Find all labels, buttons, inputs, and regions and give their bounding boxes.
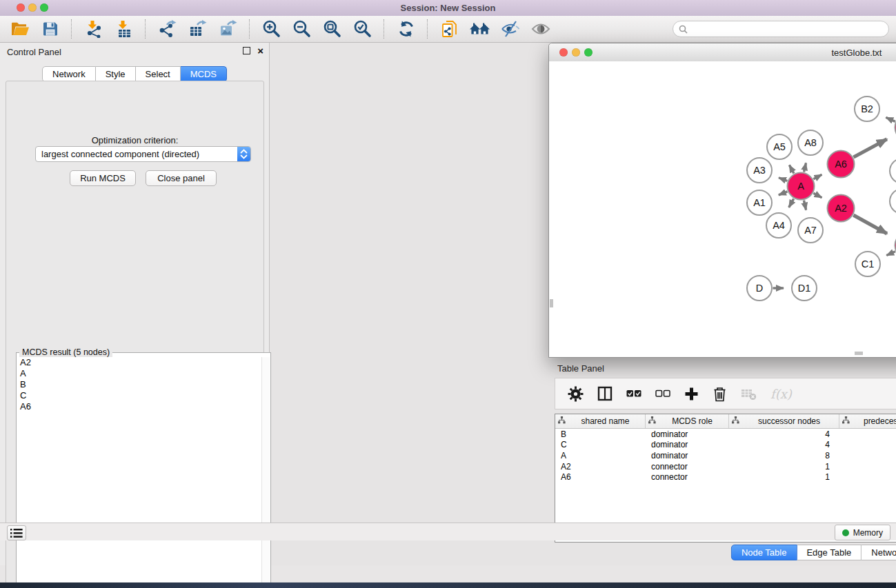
table-cell[interactable]: A6 — [555, 472, 646, 482]
delete-icon[interactable] — [713, 383, 727, 404]
export-network-icon[interactable] — [155, 18, 180, 40]
import-network-icon[interactable] — [81, 18, 106, 40]
graph-edge-A-A2[interactable] — [813, 193, 822, 198]
horizontal-scroll-indicator[interactable] — [855, 352, 863, 355]
graph-node-D[interactable]: D — [747, 276, 772, 301]
graph-node-B2[interactable]: B2 — [855, 97, 879, 121]
table-cell[interactable]: 1 — [839, 429, 896, 439]
mcds-result-item[interactable]: A2 — [17, 357, 261, 368]
graph-node-A5[interactable]: A5 — [767, 134, 792, 159]
search-box[interactable] — [673, 21, 889, 37]
memory-button[interactable]: Memory — [835, 525, 890, 540]
graph-node-A4[interactable]: A4 — [766, 213, 791, 238]
tab-style[interactable]: Style — [96, 66, 136, 82]
import-table-icon[interactable] — [111, 18, 137, 40]
search-input[interactable] — [691, 23, 883, 34]
table-cell[interactable]: 1 — [839, 472, 896, 482]
graph-node-A7[interactable]: A7 — [798, 218, 823, 243]
column-header-successor-nodes[interactable]: successor nodes — [729, 414, 839, 428]
table-cell[interactable]: connector — [646, 472, 729, 482]
table-cell[interactable]: 8 — [729, 451, 839, 460]
result-scrollbar[interactable] — [261, 357, 270, 588]
table-cell[interactable]: 4 — [729, 429, 839, 439]
hide-selected-icon[interactable] — [497, 18, 523, 40]
tab-mcds[interactable]: MCDS — [181, 66, 227, 82]
graph-node-A8[interactable]: A8 — [798, 130, 823, 155]
table-cell[interactable]: A — [555, 451, 646, 460]
table-cell[interactable]: 1 — [839, 440, 896, 449]
table-cell[interactable]: 1 — [839, 462, 896, 472]
table-row[interactable]: A2connector11A2 — [555, 461, 896, 472]
clone-network-icon[interactable] — [437, 18, 462, 40]
graph-edge-A-A8[interactable] — [804, 163, 806, 172]
table-cell[interactable]: connector — [646, 462, 729, 472]
mcds-result-item[interactable]: B — [17, 379, 261, 390]
graph-node-C1[interactable]: C1 — [855, 252, 880, 276]
graph-node-A2[interactable]: A2 — [828, 195, 855, 222]
network-canvas[interactable]: B4B2BB3A5A8A6B1A3AC2A1A2A4A7C4CC1C3DD1 — [549, 61, 896, 356]
close-panel-icon[interactable]: × — [257, 47, 263, 54]
graph-edge-A-A6[interactable] — [813, 174, 822, 179]
open-file-icon[interactable] — [7, 18, 32, 40]
graph-edge-A-A1[interactable] — [779, 192, 788, 195]
graph-edge-A6-B[interactable] — [853, 139, 886, 157]
table-cell[interactable]: 1 — [729, 472, 839, 482]
graph-node-B1[interactable]: B1 — [890, 159, 896, 183]
mcds-result-item[interactable]: A — [17, 368, 261, 379]
deselect-all-icon[interactable] — [655, 383, 670, 404]
export-table-icon[interactable] — [185, 18, 210, 40]
graph-node-C2[interactable]: C2 — [890, 189, 896, 214]
add-icon[interactable] — [684, 383, 699, 404]
graph-edge-A-A3[interactable] — [779, 178, 787, 181]
show-eye-icon[interactable] — [528, 18, 553, 40]
gear-icon[interactable] — [568, 383, 584, 404]
mcds-result-item[interactable]: C — [17, 390, 261, 401]
graph-node-A1[interactable]: A1 — [747, 190, 772, 215]
graph-node-A3[interactable]: A3 — [747, 158, 772, 183]
tab-select[interactable]: Select — [136, 66, 181, 82]
network-window-titlebar[interactable]: testGlobe.txt — [549, 43, 896, 62]
graph-edge-A-A7[interactable] — [804, 201, 806, 210]
graph-node-D1[interactable]: D1 — [792, 276, 817, 301]
zoom-out-icon[interactable] — [289, 18, 315, 40]
table-row[interactable]: Cdominator41C — [555, 440, 896, 451]
graph-edge-B-B2[interactable] — [886, 117, 895, 121]
table-cell[interactable]: 1 — [729, 462, 839, 472]
table-cell[interactable]: dominator — [646, 451, 729, 460]
table-cell[interactable]: dominator — [646, 440, 729, 449]
task-history-button[interactable] — [7, 525, 26, 540]
zoom-fit-icon[interactable] — [319, 18, 345, 40]
column-header-shared-name[interactable]: shared name — [555, 414, 646, 428]
graph-edge-A-A4[interactable] — [789, 199, 794, 207]
float-panel-icon[interactable] — [243, 47, 250, 54]
show-all-icon[interactable] — [467, 18, 492, 40]
select-all-icon[interactable] — [626, 383, 641, 404]
graph-node-A6[interactable]: A6 — [828, 151, 855, 178]
column-header-predecessor-nodes[interactable]: predecessor nodes — [839, 414, 896, 428]
refresh-icon[interactable] — [393, 18, 419, 40]
close-panel-button[interactable]: Close panel — [146, 170, 217, 186]
tab-node-table[interactable]: Node Table — [731, 545, 797, 560]
table-row[interactable]: Bdominator41B — [555, 429, 896, 440]
table-cell[interactable]: C — [555, 440, 646, 449]
columns-icon[interactable] — [597, 383, 613, 404]
column-header-mcds-role[interactable]: MCDS role — [646, 414, 729, 428]
zoom-selected-icon[interactable] — [350, 18, 375, 40]
graph-edge-A2-C[interactable] — [853, 215, 887, 234]
graph-edge-A-A5[interactable] — [789, 165, 794, 173]
table-cell[interactable]: 4 — [729, 440, 839, 449]
table-cell[interactable]: A2 — [555, 462, 646, 472]
optimization-criterion-select[interactable]: largest connected component (directed) — [35, 146, 251, 162]
table-cell[interactable]: B — [555, 429, 646, 439]
tab-network[interactable]: Network — [42, 66, 96, 82]
table-row[interactable]: A6connector11A6 — [555, 472, 896, 483]
tab-network-table[interactable]: Network Table — [862, 545, 896, 560]
run-mcds-button[interactable]: Run MCDS — [70, 170, 136, 186]
zoom-in-icon[interactable] — [259, 18, 284, 40]
graph-node-A[interactable]: A — [788, 173, 815, 200]
table-cell[interactable]: 0 — [839, 451, 896, 460]
graph-edge-C-C1[interactable] — [886, 252, 895, 256]
table-row[interactable]: Adominator80A — [555, 450, 896, 461]
save-session-icon[interactable] — [37, 18, 63, 40]
mcds-result-item[interactable]: A6 — [17, 401, 261, 412]
